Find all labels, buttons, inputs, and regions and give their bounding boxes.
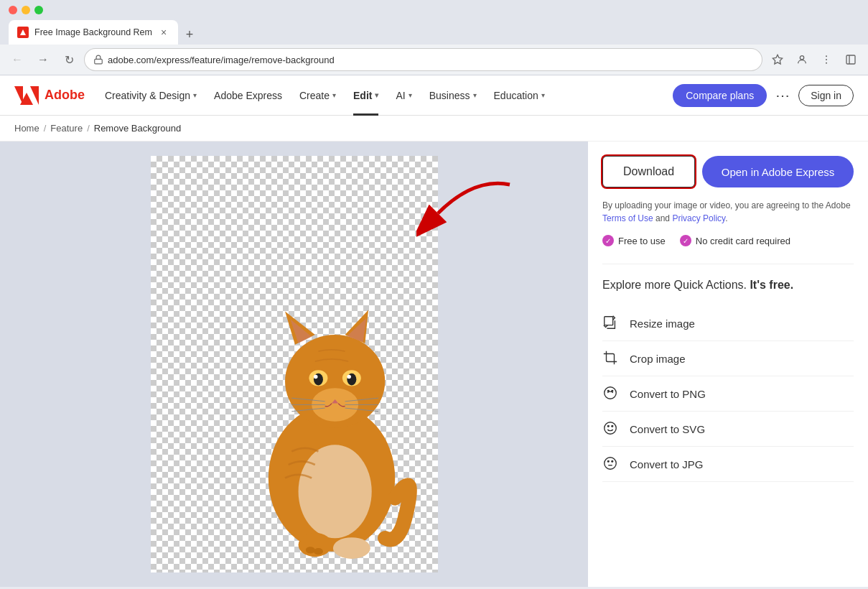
- convert-png-icon: [602, 385, 620, 402]
- privacy-policy-link[interactable]: Privacy Policy: [672, 213, 725, 223]
- terms-text: By uploading your image or video, you ar…: [602, 199, 854, 225]
- badge-no-card-label: No credit card required: [696, 236, 790, 246]
- tab-favicon: [17, 27, 29, 38]
- badge-free: ✓ Free to use: [602, 235, 666, 246]
- badges: ✓ Free to use ✓ No credit card required: [602, 235, 854, 246]
- cat-image: [238, 264, 425, 572]
- svg-point-4: [826, 55, 827, 57]
- chevron-down-icon: ▾: [541, 91, 545, 99]
- divider: [602, 264, 854, 264]
- svg-point-41: [612, 390, 613, 391]
- nav-item-education[interactable]: Education ▾: [485, 75, 554, 116]
- svg-point-44: [612, 425, 613, 427]
- nav-item-edit[interactable]: Edit ▾: [345, 75, 387, 116]
- sign-in-button[interactable]: Sign in: [798, 85, 854, 106]
- traffic-light-green[interactable]: [34, 6, 43, 14]
- action-item-svg[interactable]: Convert to SVG: [602, 412, 854, 447]
- action-item-resize[interactable]: Resize image: [602, 306, 854, 341]
- tab-close-button[interactable]: ×: [158, 27, 169, 38]
- nav-item-creativity[interactable]: Creativity & Design ▾: [96, 75, 205, 116]
- breadcrumb-separator: /: [44, 123, 47, 134]
- nav-items: Creativity & Design ▾ Adobe Express Crea…: [96, 75, 664, 116]
- action-svg-label: Convert to SVG: [630, 423, 705, 435]
- traffic-light-yellow[interactable]: [22, 6, 30, 14]
- svg-point-6: [826, 62, 827, 64]
- download-button[interactable]: Download: [602, 156, 695, 187]
- terms-of-use-link[interactable]: Terms of Use: [602, 213, 653, 223]
- nav-item-create[interactable]: Create ▾: [291, 75, 345, 116]
- open-express-button[interactable]: Open in Adobe Express: [702, 156, 854, 187]
- breadcrumb-separator: /: [87, 123, 90, 134]
- svg-rect-1: [95, 59, 103, 63]
- svg-rect-7: [846, 55, 855, 64]
- svg-point-43: [607, 425, 609, 427]
- breadcrumb-feature[interactable]: Feature: [50, 123, 83, 134]
- action-item-crop[interactable]: Crop image: [602, 341, 854, 376]
- refresh-button[interactable]: ↻: [59, 50, 79, 70]
- action-resize-label: Resize image: [630, 317, 695, 330]
- adobe-logo-icon: [14, 86, 39, 105]
- svg-point-32: [298, 445, 371, 538]
- badge-dot-card: ✓: [680, 235, 691, 246]
- red-arrow-indicator: [416, 170, 517, 245]
- svg-point-46: [607, 460, 609, 462]
- chevron-down-icon: ▾: [332, 91, 336, 99]
- svg-point-42: [605, 422, 617, 435]
- adobe-logo[interactable]: Adobe: [14, 86, 85, 105]
- action-item-jpg[interactable]: Convert to JPG: [602, 447, 854, 482]
- svg-point-39: [605, 387, 617, 399]
- terms-and: and: [653, 213, 673, 223]
- svg-point-24: [347, 375, 351, 379]
- address-bar[interactable]: adobe.com/express/feature/image/remove-b…: [85, 49, 762, 70]
- compare-plans-button[interactable]: Compare plans: [673, 84, 767, 107]
- browser-tab-active[interactable]: Free Image Background Rem ×: [9, 20, 178, 45]
- nav-item-business[interactable]: Business ▾: [421, 75, 485, 116]
- terms-text-before: By uploading your image or video, you ar…: [602, 200, 851, 210]
- main-content: Download Open in Adobe Express By upload…: [0, 142, 868, 587]
- back-button[interactable]: ←: [7, 50, 27, 70]
- forward-button[interactable]: →: [33, 50, 53, 70]
- tab-title: Free Image Background Rem: [34, 27, 152, 37]
- svg-point-45: [605, 458, 617, 470]
- chevron-down-icon: ▾: [473, 91, 477, 99]
- new-tab-button[interactable]: +: [179, 24, 200, 45]
- bookmark-button[interactable]: [767, 50, 788, 70]
- sidebar-button[interactable]: [841, 50, 861, 70]
- traffic-light-red[interactable]: [9, 6, 17, 14]
- menu-button[interactable]: [816, 50, 836, 70]
- action-jpg-label: Convert to JPG: [630, 458, 704, 470]
- image-panel: [0, 142, 588, 587]
- breadcrumb-home[interactable]: Home: [14, 123, 39, 134]
- svg-point-35: [305, 547, 314, 553]
- action-item-png[interactable]: Convert to PNG: [602, 376, 854, 412]
- nav-item-ai[interactable]: AI ▾: [387, 75, 420, 116]
- svg-marker-2: [773, 55, 782, 64]
- image-container: [151, 156, 438, 572]
- svg-point-34: [332, 537, 370, 559]
- resize-icon: [602, 315, 620, 332]
- chevron-down-icon: ▾: [409, 91, 412, 99]
- breadcrumb-current: Remove Background: [94, 123, 181, 134]
- quick-actions-list: Resize image Crop image: [602, 306, 854, 482]
- badge-free-label: Free to use: [618, 236, 666, 246]
- nav-right: Compare plans ⋯ Sign in: [673, 84, 854, 107]
- chevron-down-icon: ▾: [375, 91, 378, 99]
- svg-point-5: [826, 59, 827, 60]
- apps-grid-button[interactable]: ⋯: [775, 87, 790, 104]
- action-png-label: Convert to PNG: [630, 388, 706, 400]
- nav-item-express[interactable]: Adobe Express: [205, 75, 291, 116]
- crop-icon: [602, 350, 620, 367]
- svg-point-47: [612, 460, 613, 462]
- svg-marker-0: [20, 29, 26, 35]
- action-crop-label: Crop image: [630, 353, 686, 365]
- svg-point-36: [313, 548, 322, 555]
- convert-svg-icon: [602, 420, 620, 437]
- url-text: adobe.com/express/feature/image/remove-b…: [108, 55, 753, 65]
- adobe-wordmark: Adobe: [45, 88, 85, 103]
- profile-button[interactable]: [792, 50, 812, 70]
- chevron-down-icon: ▾: [193, 91, 197, 99]
- right-panel: Download Open in Adobe Express By upload…: [588, 142, 868, 587]
- action-buttons: Download Open in Adobe Express: [602, 156, 854, 187]
- convert-jpg-icon: [602, 455, 620, 473]
- svg-point-23: [313, 375, 317, 379]
